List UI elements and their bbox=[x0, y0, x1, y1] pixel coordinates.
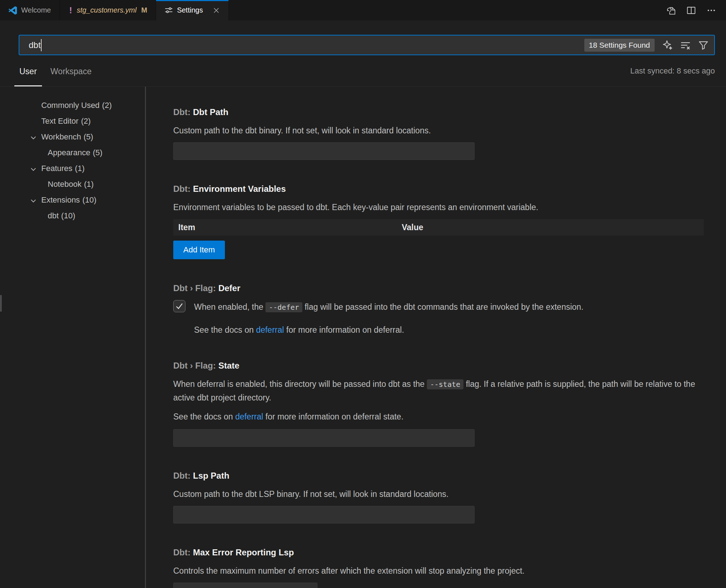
clear-filters-icon[interactable] bbox=[680, 40, 690, 50]
setting-description: Environment variables to be passed to db… bbox=[173, 201, 711, 214]
open-changes-icon[interactable] bbox=[666, 6, 676, 15]
setting-title: Dbt › Flag:Defer bbox=[173, 283, 711, 294]
last-synced-status: Last synced: 8 secs ago bbox=[630, 55, 715, 86]
scope-tab-user[interactable]: User bbox=[14, 55, 42, 86]
setting-max-error-reporting-lsp: Dbt:Max Error Reporting Lsp Controls the… bbox=[173, 547, 711, 588]
checkbox-label: When enabled, the --defer flag will be p… bbox=[194, 300, 584, 314]
editor-actions bbox=[666, 0, 726, 20]
settings-list: Dbt:Dbt Path Custom path to the dbt bina… bbox=[146, 87, 726, 588]
settings-search-input[interactable]: dbt 18 Settings Found bbox=[19, 35, 715, 55]
filter-funnel-icon[interactable] bbox=[698, 40, 708, 50]
settings-sliders-icon bbox=[165, 6, 173, 14]
setting-environment-variables: Dbt:Environment Variables Environment va… bbox=[173, 184, 711, 259]
toc-item-commonly-used[interactable]: Commonly Used(2) bbox=[0, 98, 145, 113]
column-header-value: Value bbox=[402, 223, 704, 232]
close-icon[interactable] bbox=[213, 7, 220, 14]
chevron-down-icon bbox=[30, 197, 37, 206]
toc-item-features[interactable]: Features(1) bbox=[0, 161, 145, 176]
setting-title: Dbt:Max Error Reporting Lsp bbox=[173, 547, 711, 558]
tab-label: stg_customers.yml bbox=[77, 6, 137, 14]
scrollbar-thumb[interactable] bbox=[0, 295, 2, 312]
settings-scope-row: User Workspace Last synced: 8 secs ago bbox=[0, 55, 726, 87]
tab-welcome[interactable]: Welcome bbox=[0, 0, 60, 20]
vscode-logo-icon bbox=[9, 6, 17, 15]
setting-description: When deferral is enabled, this directory… bbox=[173, 378, 711, 404]
scope-tab-workspace[interactable]: Workspace bbox=[46, 55, 97, 86]
more-actions-icon[interactable] bbox=[707, 6, 716, 15]
toc-item-appearance[interactable]: Appearance(5) bbox=[0, 145, 145, 161]
settings-toc: Commonly Used(2) Text Editor(2) Workbenc… bbox=[0, 87, 145, 588]
editor-tab-bar: Welcome ! stg_customers.yml M Settings bbox=[0, 0, 726, 20]
deferral-link[interactable]: deferral bbox=[256, 325, 284, 335]
column-header-item: Item bbox=[173, 223, 402, 232]
results-count-badge: 18 Settings Found bbox=[584, 39, 655, 52]
toc-item-extensions[interactable]: Extensions(10) bbox=[0, 192, 145, 208]
settings-search-row: dbt 18 Settings Found bbox=[0, 20, 726, 55]
docs-note: See the docs on deferral for more inform… bbox=[173, 410, 711, 423]
sparkle-ai-icon[interactable] bbox=[663, 40, 673, 50]
code-chip: --defer bbox=[265, 302, 302, 312]
max-error-reporting-input[interactable] bbox=[173, 583, 317, 588]
state-path-input[interactable] bbox=[173, 429, 475, 447]
setting-flag-state: Dbt › Flag:State When deferral is enable… bbox=[173, 360, 711, 447]
toc-item-text-editor[interactable]: Text Editor(2) bbox=[0, 113, 145, 129]
setting-dbt-path: Dbt:Dbt Path Custom path to the dbt bina… bbox=[173, 107, 711, 160]
git-modified-badge: M bbox=[141, 6, 147, 14]
code-chip: --state bbox=[427, 379, 463, 389]
setting-description: Custom path to the dbt LSP binary. If no… bbox=[173, 488, 711, 501]
setting-description: Custom path to the dbt binary. If not se… bbox=[173, 124, 711, 137]
settings-body: Commonly Used(2) Text Editor(2) Workbenc… bbox=[0, 87, 726, 588]
env-variables-table: Item Value bbox=[173, 219, 704, 236]
tab-stg-customers[interactable]: ! stg_customers.yml M bbox=[60, 0, 156, 20]
add-item-button[interactable]: Add Item bbox=[173, 241, 225, 259]
toc-item-dbt[interactable]: dbt(10) bbox=[0, 208, 145, 224]
chevron-down-icon bbox=[30, 134, 37, 143]
setting-lsp-path: Dbt:Lsp Path Custom path to the dbt LSP … bbox=[173, 470, 711, 523]
deferral-link[interactable]: deferral bbox=[235, 412, 263, 421]
docs-note: See the docs on deferral for more inform… bbox=[194, 323, 711, 337]
tab-settings[interactable]: Settings bbox=[156, 0, 228, 20]
toc-item-notebook[interactable]: Notebook(1) bbox=[0, 176, 145, 192]
split-editor-icon[interactable] bbox=[687, 6, 696, 15]
tab-label: Welcome bbox=[21, 6, 51, 14]
setting-description: Controls the maximum number of errors af… bbox=[173, 564, 711, 578]
setting-flag-defer: Dbt › Flag:Defer When enabled, the --def… bbox=[173, 283, 711, 337]
setting-title: Dbt:Dbt Path bbox=[173, 107, 711, 118]
setting-title: Dbt › Flag:State bbox=[173, 360, 711, 371]
dbt-path-input[interactable] bbox=[173, 142, 475, 160]
env-table-header: Item Value bbox=[173, 219, 704, 236]
toc-item-workbench[interactable]: Workbench(5) bbox=[0, 129, 145, 145]
setting-title: Dbt:Environment Variables bbox=[173, 184, 711, 194]
text-cursor bbox=[41, 39, 42, 51]
search-query-text: dbt bbox=[29, 40, 41, 50]
defer-checkbox[interactable] bbox=[173, 300, 185, 312]
chevron-down-icon bbox=[30, 165, 37, 175]
lsp-path-input[interactable] bbox=[173, 506, 475, 523]
tab-label: Settings bbox=[177, 6, 203, 14]
problem-exclamation-icon: ! bbox=[69, 5, 73, 15]
setting-title: Dbt:Lsp Path bbox=[173, 470, 711, 481]
